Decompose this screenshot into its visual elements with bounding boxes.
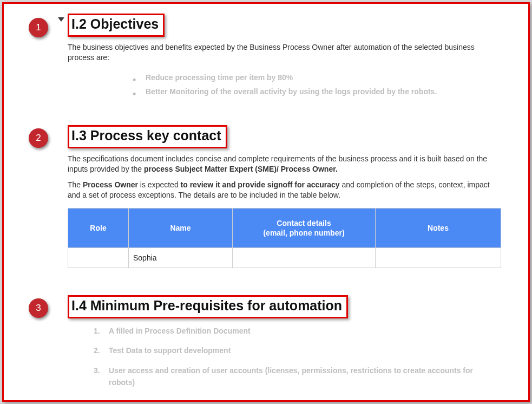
objectives-bullet-list: Reduce processing time per item by 80% B… (133, 70, 501, 99)
col-header-role: Role (68, 208, 129, 247)
text-bold: process Subject Matter Expert (SME)/ Pro… (144, 165, 338, 173)
cell-contact[interactable] (233, 247, 376, 268)
annotation-badge-2: 2 (29, 128, 48, 148)
list-item: Reduce processing time per item by 80% (133, 70, 501, 85)
text-span: (email, phone number) (263, 229, 344, 237)
key-contact-para-2: The Process Owner is expected to review … (68, 180, 501, 200)
cell-notes[interactable] (376, 247, 501, 268)
text-span: The (68, 180, 83, 189)
heading-process-key-contact: I.3 Process key contact (71, 128, 221, 144)
table-row: Sophia (68, 247, 501, 268)
heading-prerequisites: I.4 Minimum Pre-requisites for automatio… (71, 298, 342, 314)
section-prerequisites: 3 I.4 Minimum Pre-requisites for automat… (68, 295, 501, 389)
key-contact-para-1: The specifications document includes con… (68, 154, 501, 174)
col-header-name: Name (129, 208, 233, 247)
list-item: Test Data to support development (94, 344, 501, 356)
heading-highlight-box: I.2 Objectives (68, 14, 165, 37)
annotation-badge-1: 1 (29, 18, 48, 37)
table-header-row: Role Name Contact details (email, phone … (68, 208, 501, 247)
list-item: Better Monitoring of the overall activit… (133, 84, 501, 99)
section-objectives: 1 I.2 Objectives The business objectives… (68, 14, 501, 99)
objectives-intro: The business objectives and benefits exp… (68, 42, 501, 63)
heading-objectives: I.2 Objectives (71, 16, 159, 32)
cell-role[interactable] (68, 247, 129, 268)
list-item: User access and creation of user account… (94, 364, 501, 389)
cell-name[interactable]: Sophia (129, 247, 233, 268)
annotation-badge-3: 3 (29, 298, 48, 318)
collapse-caret-icon (58, 17, 64, 22)
text-span: is expected (138, 180, 181, 189)
heading-highlight-box: I.3 Process key contact (68, 125, 227, 148)
document-page: 1 I.2 Objectives The business objectives… (2, 2, 530, 402)
text-bold: to review it and provide signoff for acc… (181, 180, 340, 189)
text-bold: Process Owner (83, 180, 138, 189)
prerequisites-list: A filled in Process Definition Document … (94, 325, 501, 389)
section-process-key-contact: 2 I.3 Process key contact The specificat… (68, 125, 501, 268)
list-item: A filled in Process Definition Document (94, 325, 501, 337)
contact-table: Role Name Contact details (email, phone … (68, 208, 501, 268)
text-span: Contact details (277, 219, 331, 227)
col-header-contact: Contact details (email, phone number) (233, 208, 376, 247)
heading-highlight-box: I.4 Minimum Pre-requisites for automatio… (68, 295, 348, 318)
col-header-notes: Notes (376, 208, 501, 247)
